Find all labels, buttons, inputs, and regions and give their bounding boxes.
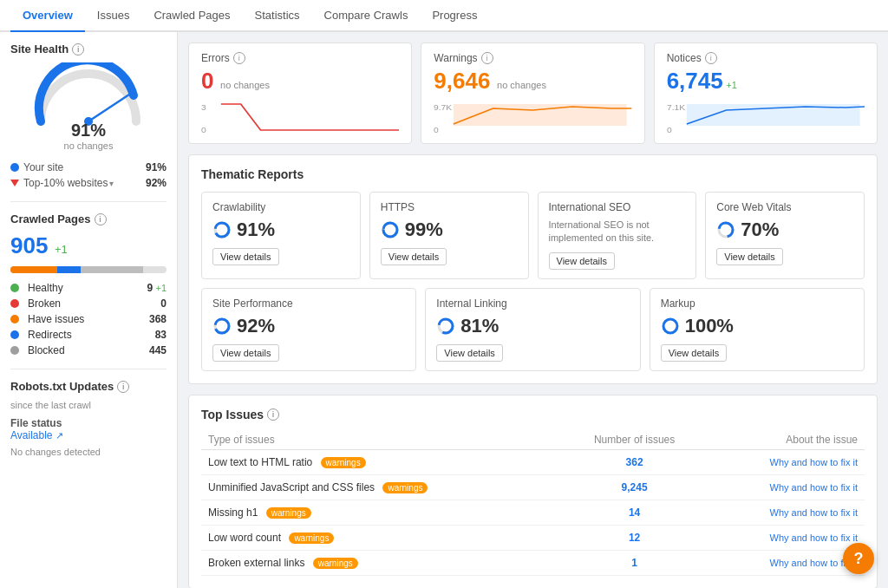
your-site-label: Your site: [23, 161, 63, 173]
table-row: Low text to HTML ratio warnings 362 Why …: [201, 449, 865, 474]
sidebar: Site Health i 91% no changes Y: [0, 32, 178, 588]
issue-about-4[interactable]: Why and how to fix it: [770, 532, 859, 543]
core-web-vitals-view-details[interactable]: View details: [716, 248, 783, 265]
svg-text:0: 0: [667, 126, 672, 134]
tag-warnings-3: warnings: [266, 507, 311, 519]
table-row: Low word count warnings 12 Why and how t…: [201, 525, 865, 550]
warnings-info-icon[interactable]: i: [481, 52, 493, 64]
healthy-delta: +1: [155, 283, 166, 293]
crawled-pages-info-icon[interactable]: i: [95, 213, 107, 225]
robots-info-icon[interactable]: i: [117, 381, 129, 393]
main-nav: Overview Issues Crawled Pages Statistics…: [0, 0, 888, 32]
markup-view-details[interactable]: View details: [661, 344, 728, 362]
tag-warnings-4: warnings: [289, 532, 334, 544]
file-status-val: Available ↗: [10, 429, 166, 441]
robots-title: Robots.txt Updates: [10, 380, 114, 393]
crawlability-view-details[interactable]: View details: [212, 248, 279, 265]
warnings-sub: no changes: [497, 80, 546, 90]
crawled-delta: +1: [55, 243, 68, 256]
nav-item-crawled-pages[interactable]: Crawled Pages: [141, 0, 242, 30]
top-issues-title: Top Issues: [201, 408, 264, 421]
gauge-container: 91% no changes: [10, 62, 166, 151]
metrics-row: Errors i 0 no changes 3 0: [188, 42, 878, 144]
table-row: Unminified JavaScript and CSS files warn…: [201, 474, 865, 500]
errors-title: Errors: [201, 52, 230, 64]
issue-about-3[interactable]: Why and how to fix it: [770, 507, 859, 518]
svg-point-11: [215, 223, 229, 237]
report-markup: Markup 100% View details: [650, 288, 865, 371]
pb-blocked: [81, 266, 143, 273]
redirects-label: Redirects: [28, 329, 72, 341]
crawled-progress-bar: [10, 266, 166, 273]
crawled-count: 905: [10, 232, 48, 258]
tag-warnings-5: warnings: [313, 558, 358, 569]
thematic-reports-grid-2: Site Performance 92% View details Intern…: [201, 288, 865, 371]
svg-text:9.7K: 9.7K: [434, 103, 453, 112]
file-status-label: File status: [10, 417, 166, 429]
external-link-icon[interactable]: ↗: [56, 430, 63, 441]
nav-item-progress[interactable]: Progress: [420, 0, 489, 30]
blocked-val: 445: [149, 344, 166, 356]
col-type: Type of issues: [201, 430, 561, 450]
https-view-details[interactable]: View details: [381, 248, 447, 265]
svg-text:3: 3: [201, 103, 206, 112]
have-issues-val: 368: [149, 313, 166, 325]
issue-about-2[interactable]: Why and how to fix it: [770, 482, 859, 493]
warnings-title: Warnings: [434, 52, 477, 64]
svg-text:0: 0: [434, 126, 439, 134]
crawled-pages-title: Crawled Pages: [10, 212, 91, 225]
table-row: Missing h1 warnings 14 Why and how to fi…: [201, 500, 865, 525]
top-issues-card: Top Issues i Type of issues Number of is…: [188, 395, 878, 588]
notices-chart: 7.1K 0: [667, 100, 865, 134]
legend-have-issues: Have issues 368: [10, 311, 166, 327]
https-title: HTTPS: [381, 201, 518, 213]
svg-text:7.1K: 7.1K: [667, 103, 686, 112]
broken-val: 0: [160, 297, 166, 310]
errors-info-icon[interactable]: i: [233, 52, 245, 64]
internal-linking-view-details[interactable]: View details: [436, 344, 503, 362]
crawled-pages-section: Crawled Pages i: [10, 212, 166, 225]
svg-line-0: [88, 93, 132, 121]
metric-notices: Notices i 6,745 +1 7.1K 0: [654, 42, 878, 144]
site-performance-ring-icon: [212, 317, 232, 336]
crawlability-pct: 91%: [212, 219, 349, 241]
notices-info-icon[interactable]: i: [705, 52, 717, 64]
site-health-section: Site Health i: [10, 42, 166, 56]
site-performance-view-details[interactable]: View details: [212, 344, 279, 362]
report-core-web-vitals: Core Web Vitals 70% View details: [705, 192, 865, 279]
robots-since: since the last crawl: [10, 400, 166, 410]
blocked-dot: [10, 346, 19, 355]
intl-seo-title: International SEO: [549, 201, 686, 213]
crawlability-title: Crawlability: [212, 201, 349, 213]
top-sites-dropdown-icon[interactable]: ▾: [109, 179, 114, 188]
nav-item-overview[interactable]: Overview: [10, 0, 85, 32]
healthy-val: 9: [147, 282, 153, 294]
core-web-vitals-ring-icon: [716, 220, 735, 239]
help-button[interactable]: ?: [843, 543, 874, 574]
report-internal-linking: Internal Linking 81% View details: [425, 288, 640, 371]
svg-point-13: [383, 223, 397, 237]
site-legend: Your site 91% Top-10% websites ▾ 92%: [10, 160, 166, 191]
issue-count-1: 362: [561, 449, 708, 474]
issue-name-3: Missing h1: [208, 506, 258, 519]
your-site-dot: [10, 163, 19, 172]
nav-item-compare-crawls[interactable]: Compare Crawls: [312, 0, 421, 30]
pb-issues: [10, 266, 57, 273]
report-intl-seo: International SEO International SEO is n…: [538, 192, 697, 279]
nav-item-statistics[interactable]: Statistics: [243, 0, 312, 30]
core-web-vitals-title: Core Web Vitals: [716, 201, 853, 213]
issue-about-1[interactable]: Why and how to fix it: [770, 457, 859, 467]
intl-seo-view-details[interactable]: View details: [549, 252, 616, 270]
internal-linking-pct: 81%: [436, 315, 629, 337]
nav-item-issues[interactable]: Issues: [85, 0, 142, 30]
top-sites-label[interactable]: Top-10% websites: [23, 177, 108, 189]
warnings-value: 9,646: [434, 68, 490, 94]
report-crawlability: Crawlability 91% View details: [201, 192, 361, 279]
issue-count-3: 14: [561, 500, 708, 525]
site-health-info-icon[interactable]: i: [72, 43, 84, 56]
top-issues-info-icon[interactable]: i: [267, 408, 279, 421]
gauge-chart: [32, 62, 145, 127]
errors-value: 0: [201, 68, 213, 94]
your-site-val: 91%: [146, 161, 166, 173]
issue-name-1: Low text to HTML ratio: [208, 456, 312, 468]
